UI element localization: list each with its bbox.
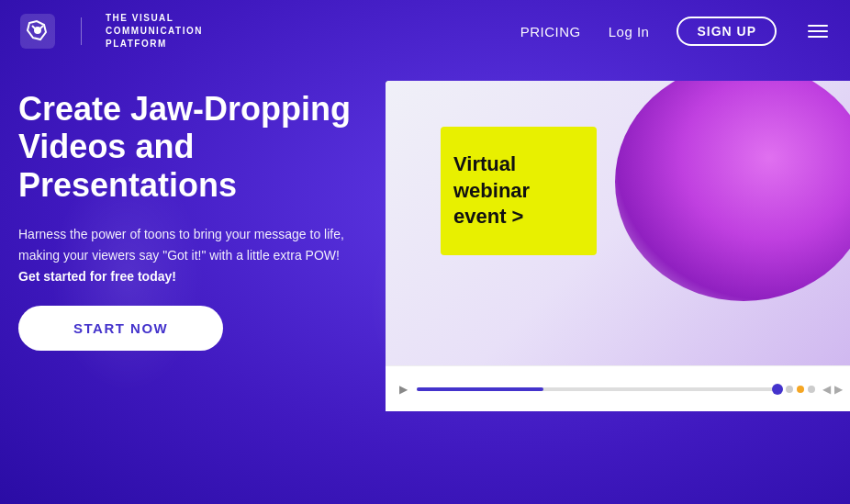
hero-right: Virtual webinar event > ▶	[386, 81, 850, 411]
powtoon-logo-icon	[18, 12, 57, 50]
hamburger-line-2	[808, 30, 828, 32]
hamburger-line-1	[808, 25, 828, 27]
hero-subtitle: Harness the power of toons to bring your…	[18, 224, 358, 265]
arrow-left[interactable]: ◀	[822, 383, 831, 396]
slide-arrows: ◀ ▶	[822, 383, 843, 396]
navbar: THE VISUAL COMMUNICATION PLATFORM PRICIN…	[0, 0, 850, 62]
arrow-right[interactable]: ▶	[834, 383, 843, 396]
logo-divider	[81, 17, 82, 45]
hero-content: Create Jaw-Dropping Videos and Presentat…	[0, 62, 850, 411]
progress-thumb	[772, 384, 783, 395]
hero-title: Create Jaw-Dropping Videos and Presentat…	[18, 90, 358, 204]
progress-bar[interactable]	[417, 387, 778, 391]
login-link[interactable]: Log In	[609, 24, 650, 39]
play-button-control[interactable]: ▶	[397, 383, 409, 396]
slide-card-text: Virtual webinar event >	[453, 151, 584, 230]
slide-dot-2[interactable]	[797, 386, 804, 393]
hero-left: Create Jaw-Dropping Videos and Presentat…	[18, 81, 358, 351]
logo-tagline: THE VISUAL COMMUNICATION PLATFORM	[106, 12, 203, 50]
start-now-button[interactable]: START NOW	[18, 306, 223, 351]
slide-yellow-card: Virtual webinar event >	[441, 127, 597, 255]
hamburger-menu[interactable]	[804, 21, 832, 41]
video-inner: Virtual webinar event >	[386, 81, 850, 365]
video-container: Virtual webinar event > ▶	[386, 81, 850, 411]
slide-dot-3[interactable]	[808, 386, 815, 393]
video-controls-bar: ▶ ◀ ▶	[386, 365, 850, 411]
logo-area: THE VISUAL COMMUNICATION PLATFORM	[18, 12, 203, 50]
signup-button[interactable]: SIGN UP	[677, 17, 777, 46]
slide-dots	[786, 386, 815, 393]
hamburger-line-3	[808, 36, 828, 38]
hero-cta-text: Get started for free today!	[18, 269, 358, 284]
progress-bar-fill	[417, 387, 543, 391]
nav-right: PRICING Log In SIGN UP	[520, 17, 832, 46]
page-wrapper: THE VISUAL COMMUNICATION PLATFORM PRICIN…	[0, 0, 850, 504]
slide-dot-1[interactable]	[786, 386, 793, 393]
pricing-link[interactable]: PRICING	[520, 24, 581, 39]
